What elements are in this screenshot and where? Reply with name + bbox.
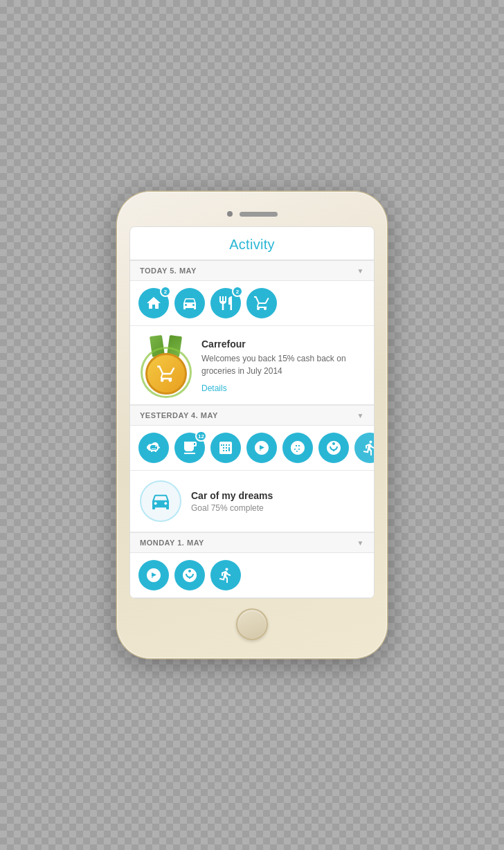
today-icons-row: 2 2 [130, 281, 374, 326]
goal-card-description: Goal 75% complete [191, 503, 273, 513]
section-yesterday-label: YESTERDAY 4. MAY [140, 411, 218, 419]
medal-card: Carrefour Welcomes you back 15% cash bac… [130, 326, 374, 405]
golf-icon [253, 440, 270, 456]
camera-icon [227, 211, 233, 217]
goal-icon-container [140, 480, 181, 522]
home-icon [145, 295, 162, 311]
piggy-icon-bubble[interactable] [138, 433, 169, 463]
chevron-down-icon-2: ▼ [357, 412, 364, 419]
home-badge: 2 [160, 286, 171, 297]
beer-icon [181, 440, 198, 456]
piggy-icon [145, 440, 162, 456]
beer-badge: 12 [195, 431, 207, 442]
chevron-down-icon: ▼ [357, 267, 364, 275]
pizza-icon [289, 440, 306, 456]
bike-icon [361, 440, 374, 456]
monday-soccer-icon-bubble[interactable] [174, 560, 205, 590]
monday-golf-icon [145, 567, 162, 584]
section-today-label: TODAY 5. MAY [140, 266, 197, 275]
calc-icon [217, 440, 234, 456]
page-title: Activity [141, 237, 363, 253]
section-monday-label: MONDAY 1. MAY [140, 539, 204, 547]
goal-car-icon [150, 490, 172, 512]
phone-top-bar [129, 204, 375, 224]
beer-icon-bubble[interactable]: 12 [174, 433, 205, 463]
soccer-icon [325, 440, 342, 456]
yesterday-icons-row: 12 [130, 426, 374, 471]
goal-card-title: Car of my dreams [191, 490, 273, 501]
goal-card: Car of my dreams Goal 75% complete [130, 471, 374, 532]
calc-icon-bubble[interactable] [210, 433, 241, 463]
monday-icons-row [130, 553, 374, 598]
cart-icon-bubble[interactable] [246, 288, 277, 318]
phone-device: Activity TODAY 5. MAY ▼ 2 2 [117, 192, 387, 658]
monday-soccer-icon [181, 567, 198, 584]
medal-wreath [143, 349, 190, 396]
screen-header: Activity [130, 227, 374, 260]
phone-screen: Activity TODAY 5. MAY ▼ 2 2 [129, 226, 375, 599]
monday-bike-icon [217, 567, 234, 584]
medal-card-text: Carrefour Welcomes you back 15% cash bac… [201, 336, 364, 394]
golf-icon-bubble[interactable] [246, 433, 277, 463]
medal-card-title: Carrefour [201, 338, 364, 350]
section-monday[interactable]: MONDAY 1. MAY ▼ [130, 532, 374, 553]
monday-bike-icon-bubble[interactable] [210, 560, 241, 590]
bike-icon-bubble[interactable] [354, 433, 374, 463]
cart-icon [253, 295, 270, 311]
chevron-down-icon-3: ▼ [357, 539, 364, 547]
medal-visual [140, 336, 192, 395]
home-icon-bubble[interactable]: 2 [138, 288, 169, 318]
phone-bottom-bar [129, 599, 375, 646]
medal-card-description: Welcomes you back 15% cash back on groce… [201, 352, 364, 377]
section-yesterday[interactable]: YESTERDAY 4. MAY ▼ [130, 405, 374, 426]
speaker [240, 212, 278, 217]
food-icon [217, 295, 234, 311]
section-today[interactable]: TODAY 5. MAY ▼ [130, 260, 374, 281]
pizza-icon-bubble[interactable] [282, 433, 313, 463]
food-badge: 2 [232, 286, 243, 297]
car-icon [181, 295, 198, 311]
food-icon-bubble[interactable]: 2 [210, 288, 241, 318]
soccer-icon-bubble[interactable] [318, 433, 349, 463]
medal-card-link[interactable]: Details [201, 383, 227, 393]
home-button[interactable] [236, 608, 268, 640]
car-icon-bubble[interactable] [174, 288, 205, 318]
monday-golf-icon-bubble[interactable] [138, 560, 169, 590]
goal-card-text: Car of my dreams Goal 75% complete [191, 490, 273, 513]
